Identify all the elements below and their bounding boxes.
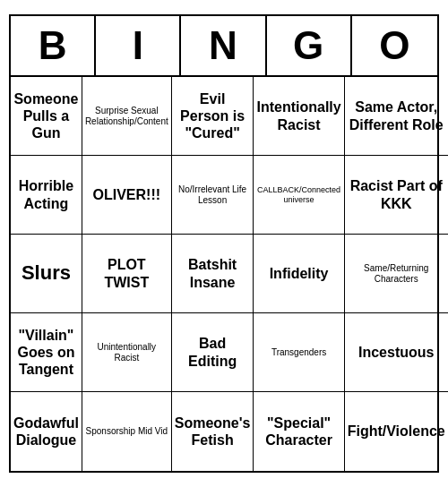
cell-text-22: Someone's Fetish — [175, 414, 251, 449]
bingo-cell-7: No/Irrelevant Life Lesson — [172, 156, 254, 235]
cell-text-23: "Special" Character — [256, 414, 340, 449]
cell-text-14: Same/Returning Characters — [348, 263, 445, 285]
cell-text-4: Same Actor, Different Role — [348, 98, 445, 132]
bingo-cell-13: Infidelity — [254, 235, 344, 313]
cell-text-9: Racist Part of KKK — [348, 177, 445, 211]
bingo-cell-18: Transgenders — [254, 313, 344, 392]
cell-text-2: Evil Person is "Cured" — [175, 90, 251, 142]
cell-text-21: Sponsorship Mid Vid — [86, 426, 168, 437]
bingo-cell-10: Slurs — [11, 235, 82, 313]
cell-text-18: Transgenders — [271, 347, 326, 358]
cell-text-13: Infidelity — [270, 265, 329, 282]
bingo-cell-14: Same/Returning Characters — [345, 235, 448, 313]
bingo-cell-8: CALLBACK/Connected universe — [254, 156, 344, 235]
bingo-letter-i: I — [96, 16, 181, 75]
bingo-cell-5: Horrible Acting — [11, 156, 82, 235]
cell-text-6: OLIVER!!! — [93, 186, 161, 203]
bingo-letter-g: G — [267, 16, 352, 75]
bingo-cell-2: Evil Person is "Cured" — [172, 77, 254, 156]
bingo-cell-17: Bad Editing — [172, 313, 254, 392]
bingo-cell-11: PLOT TWIST — [82, 235, 172, 313]
bingo-card: BINGO Someone Pulls a GunSurprise Sexual… — [9, 14, 439, 473]
cell-text-24: Fight/Violence — [348, 423, 445, 440]
bingo-cell-23: "Special" Character — [254, 392, 344, 471]
cell-text-10: Slurs — [22, 261, 71, 285]
bingo-header: BINGO — [11, 16, 437, 77]
bingo-cell-6: OLIVER!!! — [82, 156, 172, 235]
bingo-cell-1: Surprise Sexual Relationship/Content — [82, 77, 172, 156]
bingo-cell-22: Someone's Fetish — [172, 392, 254, 471]
cell-text-11: PLOT TWIST — [85, 256, 168, 290]
cell-text-0: Someone Pulls a Gun — [13, 90, 79, 142]
cell-text-1: Surprise Sexual Relationship/Content — [85, 106, 168, 127]
cell-text-7: No/Irrelevant Life Lesson — [175, 184, 251, 206]
bingo-cell-12: Batshit Insane — [172, 235, 254, 313]
bingo-grid: Someone Pulls a GunSurprise Sexual Relat… — [11, 77, 437, 471]
bingo-cell-21: Sponsorship Mid Vid — [82, 392, 172, 471]
cell-text-19: Incestuous — [358, 344, 434, 361]
bingo-cell-24: Fight/Violence — [345, 392, 448, 471]
bingo-cell-19: Incestuous — [345, 313, 448, 392]
bingo-letter-b: B — [11, 16, 96, 75]
bingo-letter-n: N — [181, 16, 266, 75]
bingo-cell-4: Same Actor, Different Role — [345, 77, 448, 156]
cell-text-16: Unintentionally Racist — [85, 342, 168, 363]
cell-text-15: "Villain" Goes on Tangent — [13, 327, 79, 379]
bingo-cell-3: Intentionally Racist — [254, 77, 344, 156]
cell-text-3: Intentionally Racist — [256, 98, 340, 132]
bingo-cell-0: Someone Pulls a Gun — [11, 77, 82, 156]
cell-text-20: Godawful Dialogue — [13, 414, 79, 449]
cell-text-5: Horrible Acting — [13, 177, 79, 211]
bingo-cell-16: Unintentionally Racist — [82, 313, 172, 392]
bingo-cell-20: Godawful Dialogue — [11, 392, 82, 471]
cell-text-12: Batshit Insane — [175, 256, 251, 290]
bingo-cell-9: Racist Part of KKK — [345, 156, 448, 235]
cell-text-17: Bad Editing — [175, 335, 251, 369]
cell-text-8: CALLBACK/Connected universe — [256, 185, 340, 205]
bingo-letter-o: O — [352, 16, 437, 75]
bingo-cell-15: "Villain" Goes on Tangent — [11, 313, 82, 392]
